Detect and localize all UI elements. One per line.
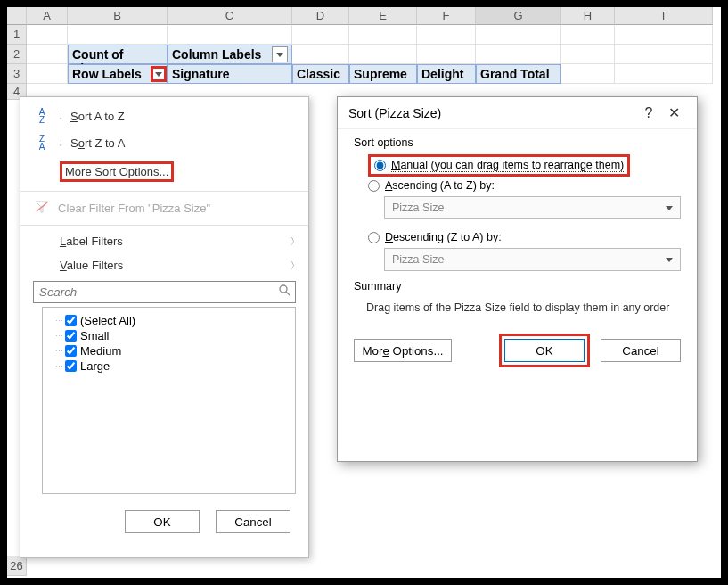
sort-ok-button[interactable]: OK: [504, 339, 585, 362]
filter-dropdown-menu: AZ ↓ Sort A to Z ZA ↓ Sort Z to A More S…: [20, 96, 309, 558]
pivot-column-labels[interactable]: Column Labels: [168, 45, 292, 64]
cell-f2[interactable]: [417, 45, 476, 64]
cell-i3[interactable]: [615, 64, 713, 84]
row-head-1[interactable]: 1: [7, 25, 27, 45]
select-all-checkbox[interactable]: [65, 315, 77, 326]
descending-combo[interactable]: Pizza Size: [384, 248, 681, 271]
help-button[interactable]: ?: [636, 105, 661, 121]
col-head-e[interactable]: E: [349, 7, 417, 25]
chevron-right-icon: 〉: [290, 260, 299, 272]
col-head-c[interactable]: C: [168, 7, 292, 25]
sort-dialog: Sort (Pizza Size) ? ✕ Sort options Manua…: [337, 96, 698, 462]
sort-az-icon: AZ: [33, 108, 51, 124]
sort-za-icon: ZA: [33, 135, 51, 151]
descending-radio[interactable]: [368, 232, 380, 243]
sort-cancel-button[interactable]: Cancel: [601, 339, 681, 362]
cell-i2[interactable]: [615, 45, 713, 64]
descending-sort-option[interactable]: Descending (Z to A) by:: [354, 228, 681, 246]
sort-options-label: Sort options: [354, 136, 681, 149]
filter-search: [33, 281, 296, 303]
close-button[interactable]: ✕: [661, 104, 686, 121]
cell-h2[interactable]: [561, 45, 615, 64]
summary-text: Drag items of the Pizza Size field to di…: [354, 296, 681, 314]
pivot-col-grandtotal[interactable]: Grand Total: [476, 64, 561, 84]
pivot-col-delight[interactable]: Delight: [417, 64, 476, 84]
manual-radio[interactable]: [374, 160, 386, 171]
col-head-h[interactable]: H: [561, 7, 615, 25]
filter-cancel-button[interactable]: Cancel: [216, 510, 290, 533]
cell-g2[interactable]: [476, 45, 561, 64]
pivot-row-labels[interactable]: Row Labels: [68, 64, 168, 84]
col-head-f[interactable]: F: [417, 7, 476, 25]
summary-label: Summary: [354, 280, 681, 292]
cell-c1[interactable]: [168, 25, 292, 45]
large-checkbox[interactable]: [65, 360, 77, 372]
pivot-column-labels-text: Column Labels: [172, 47, 261, 62]
col-head-g[interactable]: G: [476, 7, 561, 25]
chevron-right-icon: 〉: [290, 235, 299, 248]
col-head-a[interactable]: A: [27, 7, 68, 25]
cell-a2[interactable]: [27, 45, 68, 64]
row-labels-dropdown-icon[interactable]: [151, 66, 167, 82]
sort-za-label: Sort Z to A: [70, 136, 125, 150]
label-filters-item[interactable]: Label Filters 〉: [20, 229, 308, 253]
cell-i1[interactable]: [615, 25, 713, 45]
medium-checkbox[interactable]: [65, 345, 77, 357]
tree-item-small[interactable]: Small: [46, 328, 291, 343]
manual-sort-option[interactable]: Manual (you can drag items to rearrange …: [368, 154, 630, 177]
more-sort-options-item[interactable]: More Sort Options...: [20, 156, 308, 187]
spreadsheet: A B C D E F G H I 1 2 Count of Pizza_ Co…: [7, 7, 721, 25]
cell-e1[interactable]: [349, 25, 417, 45]
cell-h1[interactable]: [561, 25, 615, 45]
column-headers: A B C D E F G H I: [7, 7, 721, 25]
column-labels-dropdown-icon[interactable]: [272, 46, 288, 62]
ascending-sort-option[interactable]: Ascending (A to Z) by:: [354, 177, 681, 194]
col-head-i[interactable]: I: [615, 7, 713, 25]
small-checkbox[interactable]: [65, 330, 77, 342]
cell-d2[interactable]: [292, 45, 349, 64]
svg-line-2: [286, 292, 290, 295]
row-head-2[interactable]: 2: [7, 45, 27, 64]
sort-a-to-z-item[interactable]: AZ ↓ Sort A to Z: [20, 103, 308, 129]
cell-b1[interactable]: [68, 25, 168, 45]
cell-g1[interactable]: [476, 25, 561, 45]
pivot-col-supreme[interactable]: Supreme: [349, 64, 417, 84]
cell-d1[interactable]: [292, 25, 349, 45]
pivot-col-classic[interactable]: Classic: [292, 64, 349, 84]
ascending-combo-value: Pizza Size: [392, 202, 444, 214]
value-filters-item[interactable]: Value Filters 〉: [20, 253, 308, 277]
tree-item-large[interactable]: Large: [46, 358, 291, 374]
row-head-26[interactable]: 26: [7, 556, 27, 576]
clear-filter-label: Clear Filter From "Pizza Size": [58, 202, 210, 215]
corner-cell[interactable]: [7, 7, 27, 25]
search-input[interactable]: [33, 281, 296, 303]
tree-label: (Select All): [80, 314, 135, 327]
filter-tree[interactable]: (Select All) Small Medium Large: [42, 307, 296, 494]
row-head-3[interactable]: 3: [7, 64, 27, 84]
sort-z-to-a-item[interactable]: ZA ↓ Sort Z to A: [20, 129, 308, 156]
clear-filter-icon: [33, 201, 51, 216]
ascending-radio[interactable]: [368, 180, 380, 192]
tree-item-select-all[interactable]: (Select All): [46, 313, 291, 328]
sort-az-label: Sort A to Z: [70, 110, 125, 123]
cell-h3[interactable]: [561, 64, 615, 84]
more-options-button[interactable]: More Options...: [354, 339, 452, 362]
filter-ok-button[interactable]: OK: [125, 510, 200, 533]
dialog-titlebar: Sort (Pizza Size) ? ✕: [338, 97, 697, 128]
col-head-d[interactable]: D: [292, 7, 349, 25]
cell-f1[interactable]: [417, 25, 476, 45]
tree-label: Large: [80, 359, 110, 373]
cell-a3[interactable]: [27, 64, 68, 84]
cell-e2[interactable]: [349, 45, 417, 64]
cell-a1[interactable]: [27, 25, 68, 45]
pivot-col-signature[interactable]: Signature: [168, 64, 292, 84]
pivot-count-label[interactable]: Count of Pizza_: [68, 45, 168, 64]
more-sort-options-label: More Sort Options...: [60, 161, 174, 182]
clear-filter-item: Clear Filter From "Pizza Size": [20, 195, 308, 221]
value-filters-label: Value Filters: [60, 259, 123, 272]
tree-label: Medium: [80, 344, 121, 358]
search-icon: [278, 284, 290, 299]
tree-item-medium[interactable]: Medium: [46, 343, 291, 358]
col-head-b[interactable]: B: [68, 7, 168, 25]
ascending-combo[interactable]: Pizza Size: [384, 196, 681, 219]
